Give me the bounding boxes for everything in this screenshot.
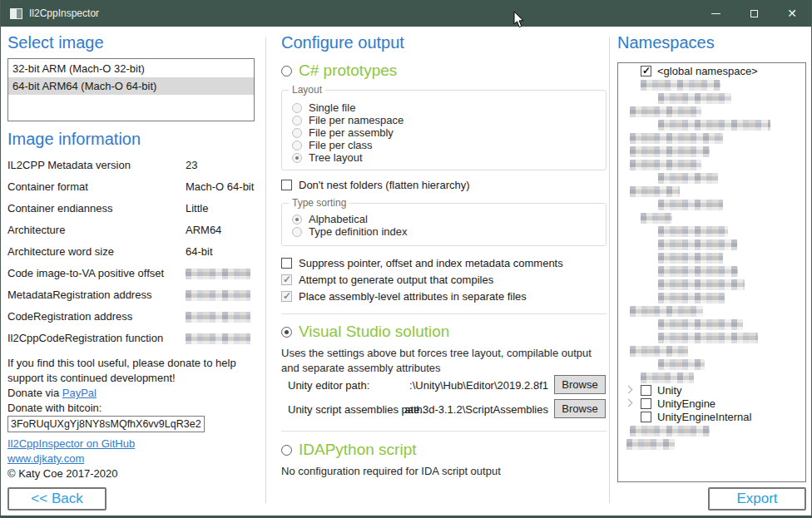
- namespace-item-redacted: [618, 211, 805, 224]
- namespace-checkbox-icon[interactable]: [641, 385, 651, 396]
- right-separator: [609, 37, 610, 503]
- radio-icon: [292, 103, 302, 113]
- dont-nest-checkbox[interactable]: Don't nest folders (flatten hierarchy): [281, 178, 470, 191]
- layout-group-title: Layout: [289, 84, 325, 96]
- radio-icon: [292, 116, 302, 126]
- back-button[interactable]: << Back: [7, 487, 106, 511]
- namespace-checkbox-icon[interactable]: [641, 398, 651, 409]
- minimize-icon: [711, 13, 720, 14]
- unity-editor-path-label: Unity editor path:: [288, 379, 369, 392]
- image-information-header: Image information: [7, 130, 141, 149]
- minimize-button[interactable]: [696, 0, 735, 27]
- donation-block: If you find this tool useful, please don…: [7, 356, 255, 416]
- bitcoin-address-input[interactable]: [7, 416, 205, 432]
- namespace-item-redacted: [618, 158, 805, 171]
- info-row: Container endiannessLittle: [7, 202, 255, 224]
- namespace-checkbox-icon[interactable]: [641, 412, 651, 422]
- redacted-namespace: [658, 279, 745, 290]
- idapython-option[interactable]: IDAPython script: [281, 441, 417, 459]
- info-label: Container endianness: [7, 202, 112, 215]
- radio-option[interactable]: File per namespace: [292, 114, 606, 126]
- radio-label: Single file: [309, 101, 355, 114]
- redacted-namespace: [658, 359, 705, 370]
- namespace-item[interactable]: UnityEngine: [618, 397, 805, 411]
- radio-option[interactable]: Single file: [292, 101, 606, 114]
- info-label: Container format: [7, 180, 88, 193]
- namespace-item-redacted: [618, 331, 805, 344]
- info-row: Architecture word size64-bit: [7, 245, 255, 267]
- visual-studio-label: Visual Studio solution: [299, 323, 449, 341]
- maximize-button[interactable]: [735, 0, 773, 27]
- radio-label: File per assembly: [309, 126, 394, 139]
- image-list-item[interactable]: 32-bit ARM (Mach-O 32-bit): [8, 60, 254, 77]
- csharp-prototypes-option[interactable]: C# prototypes: [281, 62, 397, 80]
- donate-line1: If you find this tool useful, please don…: [7, 356, 255, 386]
- expander-icon[interactable]: [625, 399, 633, 407]
- namespace-checkbox-icon[interactable]: [641, 66, 651, 76]
- radio-option[interactable]: Tree layout: [292, 151, 606, 164]
- app-icon: [10, 8, 22, 19]
- info-row: Il2CppCodeRegistration function: [7, 332, 255, 353]
- idapython-description: No configuration required for IDA script…: [281, 464, 607, 479]
- radio-label: Type definition index: [309, 225, 408, 238]
- configure-output-header: Configure output: [281, 33, 404, 52]
- info-value: ARM64: [186, 224, 221, 236]
- section-divider-2: [281, 431, 607, 432]
- info-label: IL2CPP Metadata version: [7, 159, 131, 171]
- redacted-namespace: [658, 200, 723, 210]
- info-value: Mach-O 64-bit: [186, 180, 254, 193]
- namespace-item[interactable]: UnityEngineInternal: [618, 411, 805, 424]
- paypal-link[interactable]: PayPal: [62, 387, 97, 399]
- close-button[interactable]: ✕: [773, 0, 811, 27]
- unity-assemblies-path-value: ate.3d-3.1.2\ScriptAssemblies: [398, 403, 548, 416]
- info-label: MetadataRegistration address: [7, 289, 151, 301]
- type-sorting-groupbox: Type sorting AlphabeticalType definition…: [281, 203, 607, 246]
- expander-icon[interactable]: [625, 386, 633, 394]
- github-link[interactable]: Il2CppInspector on GitHub: [7, 437, 135, 450]
- namespace-item-redacted: [618, 371, 805, 384]
- info-label: CodeRegistration address: [7, 310, 132, 323]
- radio-icon: [292, 128, 302, 138]
- select-image-panel: Select image 32-bit ARM (Mach-O 32-bit)6…: [7, 27, 255, 516]
- image-list[interactable]: 32-bit ARM (Mach-O 32-bit)64-bit ARM64 (…: [7, 58, 255, 121]
- configure-output-panel: Configure output C# prototypes Layout Si…: [281, 27, 607, 516]
- info-row: CodeRegistration address: [7, 310, 255, 332]
- redacted-namespace: [641, 372, 694, 383]
- copyright-text: © Katy Coe 2017-2020: [7, 467, 117, 480]
- radio-option[interactable]: File per assembly: [292, 126, 606, 139]
- unity-editor-browse-button[interactable]: Browse: [554, 375, 606, 394]
- assembly-attrs-checkbox[interactable]: Place assembly-level attributes in separ…: [281, 289, 527, 303]
- section-divider-1: [281, 313, 607, 314]
- redacted-namespace: [630, 146, 710, 157]
- namespace-label: UnityEngine: [657, 397, 715, 411]
- namespace-item-redacted: [618, 437, 805, 451]
- website-link[interactable]: www.djkaty.com: [7, 452, 84, 465]
- namespace-item[interactable]: <global namespace>: [618, 65, 805, 78]
- radio-option[interactable]: File per class: [292, 139, 606, 151]
- info-row: MetadataRegistration address: [7, 289, 255, 310]
- attempt-compile-checkbox[interactable]: Attempt to generate output that compiles: [281, 273, 493, 286]
- namespace-item-redacted: [618, 145, 805, 158]
- redacted-namespace: [658, 319, 743, 330]
- radio-icon: [292, 141, 302, 150]
- image-list-item[interactable]: 64-bit ARM64 (Mach-O 64-bit): [8, 77, 254, 95]
- info-value: 23: [186, 159, 197, 171]
- radio-option[interactable]: Alphabetical: [292, 213, 606, 225]
- suppress-checkbox[interactable]: Suppress pointer, offset and index metad…: [281, 256, 563, 269]
- visual-studio-option[interactable]: Visual Studio solution: [281, 323, 449, 341]
- namespace-item-redacted: [618, 198, 805, 211]
- export-button[interactable]: Export: [708, 487, 806, 511]
- redacted-namespace: [641, 80, 720, 91]
- namespace-list[interactable]: <global namespace>UnityUnityEngineUnityE…: [617, 62, 806, 482]
- namespace-item-redacted: [618, 304, 805, 318]
- info-row: Code image-to-VA positive offset: [7, 267, 255, 289]
- namespace-label: Unity: [657, 384, 682, 397]
- redacted-namespace: [630, 426, 710, 437]
- namespace-item[interactable]: Unity: [618, 384, 805, 397]
- namespace-item-redacted: [618, 238, 805, 251]
- info-value: Little: [186, 202, 208, 215]
- unity-assemblies-browse-button[interactable]: Browse: [554, 399, 606, 418]
- close-icon: ✕: [787, 7, 797, 19]
- radio-option[interactable]: Type definition index: [292, 225, 606, 238]
- redacted-value: [186, 333, 250, 344]
